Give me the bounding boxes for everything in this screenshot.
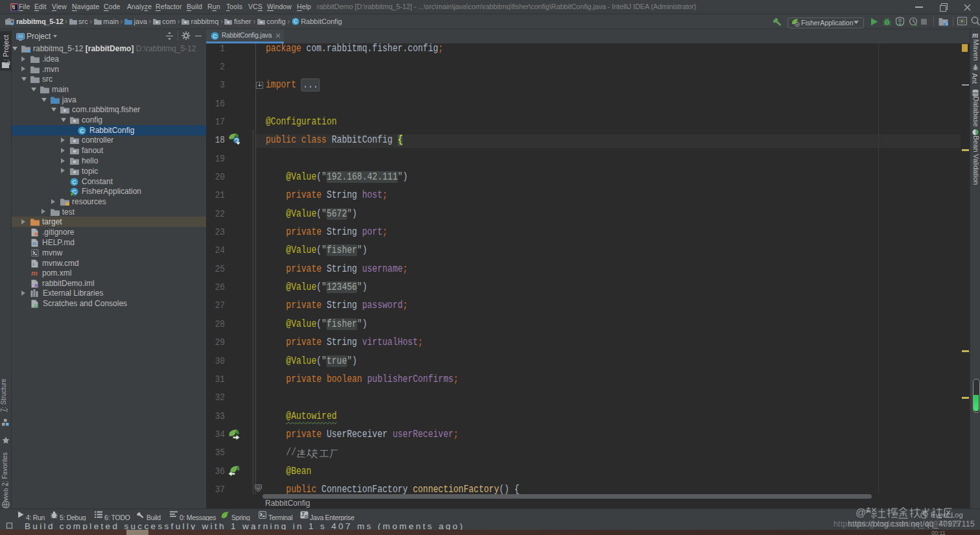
svg-text:C: C <box>213 32 217 39</box>
svg-text:C: C <box>294 18 298 25</box>
svg-text:C: C <box>80 128 84 134</box>
svg-text:C: C <box>72 178 76 185</box>
